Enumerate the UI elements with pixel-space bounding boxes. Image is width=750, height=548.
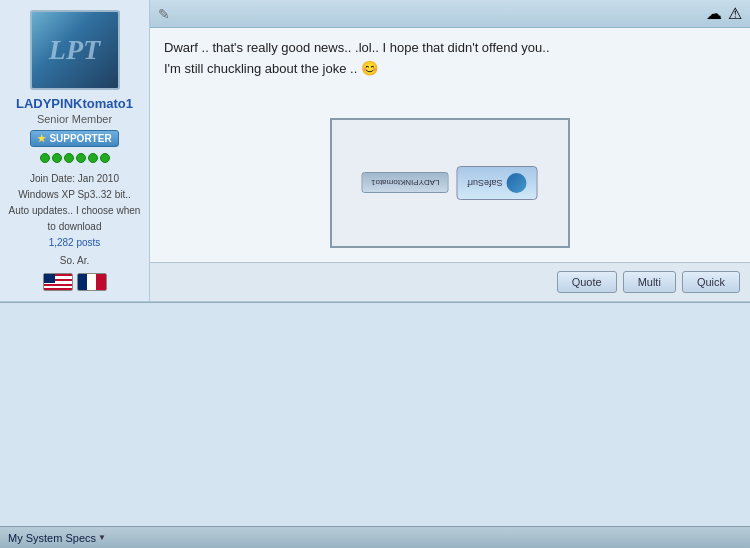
avatar-initials: LPT bbox=[49, 34, 100, 66]
post-actions: Quote Multi Quick bbox=[150, 262, 750, 301]
post-image-area: SafeSurf LADYPINKtomato1 bbox=[150, 108, 750, 262]
preview-username-label: LADYPINKtomato1 bbox=[362, 173, 448, 194]
post-content-area: ✎ ☁ ⚠ Dwarf .. that's really good news..… bbox=[150, 0, 750, 301]
post-action-icons: ☁ ⚠ bbox=[706, 4, 742, 23]
supporter-label: SUPPORTER bbox=[49, 133, 111, 144]
rep-dot bbox=[40, 153, 50, 163]
post-message-line1: Dwarf .. that's really good news.. .lol.… bbox=[164, 40, 550, 55]
flag-ar-icon bbox=[77, 273, 107, 291]
preview-circle-icon bbox=[507, 173, 527, 193]
edit-icon: ✎ bbox=[158, 6, 170, 22]
post-emoji: 😊 bbox=[361, 60, 378, 76]
post-text: Dwarf .. that's really good news.. .lol.… bbox=[164, 38, 736, 79]
posts-count-link[interactable]: 1,282 posts bbox=[49, 237, 101, 248]
chevron-down-icon: ▼ bbox=[98, 533, 106, 542]
quick-button[interactable]: Quick bbox=[682, 271, 740, 293]
username-link[interactable]: LADYPINKtomato1 bbox=[8, 96, 141, 111]
preview-button-label: SafeSurf bbox=[468, 178, 503, 188]
avatar: LPT bbox=[30, 10, 120, 90]
multi-button[interactable]: Multi bbox=[623, 271, 676, 293]
preview-button: SafeSurf bbox=[457, 166, 538, 200]
user-location: So. Ar. bbox=[8, 253, 141, 269]
rep-dot bbox=[64, 153, 74, 163]
bottom-bar: My System Specs ▼ bbox=[0, 526, 750, 548]
preview-username-text: LADYPINKtomato1 bbox=[371, 179, 439, 188]
flag-usa-icon bbox=[43, 273, 73, 291]
user-panel: LPT LADYPINKtomato1 Senior Member ★ SUPP… bbox=[0, 0, 150, 301]
my-system-specs[interactable]: My System Specs ▼ bbox=[8, 532, 106, 544]
post-body: Dwarf .. that's really good news.. .lol.… bbox=[150, 28, 750, 108]
rep-dot bbox=[100, 153, 110, 163]
rep-dot bbox=[88, 153, 98, 163]
my-system-specs-label: My System Specs bbox=[8, 532, 96, 544]
post-container: LPT LADYPINKtomato1 Senior Member ★ SUPP… bbox=[0, 0, 750, 302]
rep-dot bbox=[76, 153, 86, 163]
user-title: Senior Member bbox=[8, 113, 141, 125]
rep-dot bbox=[52, 153, 62, 163]
post-header: ✎ ☁ ⚠ bbox=[150, 0, 750, 28]
user-flags bbox=[8, 273, 141, 291]
user-meta: Join Date: Jan 2010 Windows XP Sp3..32 b… bbox=[8, 171, 141, 269]
supporter-star-icon: ★ bbox=[37, 133, 46, 144]
weather-icon[interactable]: ☁ bbox=[706, 4, 722, 23]
quote-button[interactable]: Quote bbox=[557, 271, 617, 293]
separator-line bbox=[0, 302, 750, 303]
image-frame: SafeSurf LADYPINKtomato1 bbox=[330, 118, 570, 248]
image-preview: SafeSurf LADYPINKtomato1 bbox=[362, 166, 538, 200]
join-date: Join Date: Jan 2010 bbox=[8, 171, 141, 187]
user-os: Windows XP Sp3..32 bit.. Auto updates.. … bbox=[8, 187, 141, 235]
supporter-badge: ★ SUPPORTER bbox=[30, 130, 118, 147]
warning-icon[interactable]: ⚠ bbox=[728, 4, 742, 23]
post-message-line2: I'm still chuckling about the joke .. bbox=[164, 61, 357, 76]
rep-dots bbox=[8, 153, 141, 163]
